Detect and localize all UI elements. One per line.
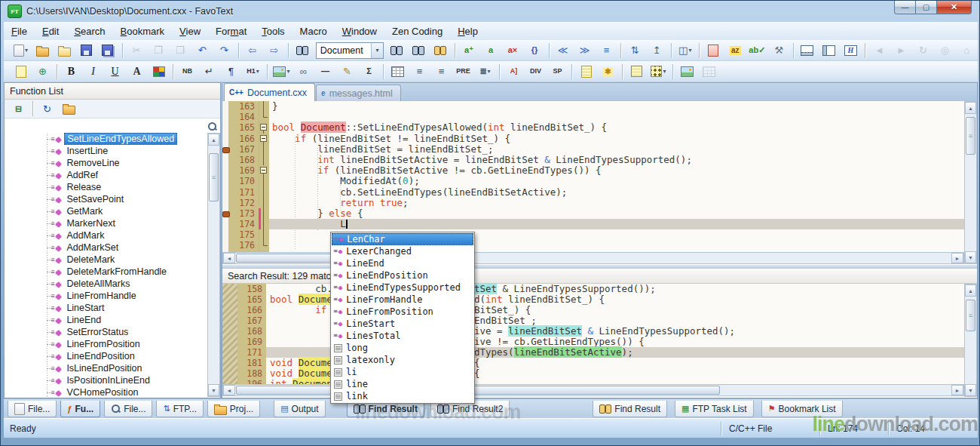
underline-button[interactable]: U — [104, 63, 126, 81]
search-vscrollbar[interactable]: ▲ ▼ — [964, 284, 977, 397]
function-item[interactable]: ◆SetErrorStatus — [5, 326, 207, 338]
preview-in-notepad-button[interactable] — [10, 63, 32, 81]
heading-1-button[interactable]: H1▾ — [242, 63, 264, 81]
menu-item-search[interactable]: Search — [66, 23, 112, 39]
panel-tab-output[interactable]: ▤Output — [274, 401, 325, 417]
undo-button[interactable]: ↶ — [191, 42, 213, 60]
function-item[interactable]: ◆MarkerNext — [5, 217, 207, 229]
panel-tab-ftp-task-list[interactable]: ▦FTP Task List — [675, 401, 754, 417]
function-item[interactable]: ◆SetLineEndTypesAllowed — [5, 133, 207, 145]
menu-item-macro[interactable]: Macro — [292, 23, 335, 39]
scrollbar-thumb[interactable] — [236, 386, 720, 395]
dock-tab-ftp[interactable]: ⇅FTP... — [156, 401, 203, 417]
code-line[interactable]: 170 ModifiedAt(0); — [222, 176, 964, 186]
tab-document-cxx[interactable]: C++Document.cxx — [224, 83, 315, 101]
new-folder-button[interactable] — [54, 42, 75, 60]
delete-file-button[interactable] — [703, 42, 724, 60]
open-file-button[interactable] — [32, 42, 54, 60]
function-item[interactable]: ◆VCHomePosition — [5, 386, 207, 397]
find-in-files-button[interactable] — [430, 42, 452, 60]
preformatted-button[interactable]: PRE — [452, 63, 474, 81]
function-item[interactable]: ◆GetMark — [5, 205, 207, 217]
autocomplete-item[interactable]: ◆LineFromPosition — [332, 306, 473, 318]
scrollbar-thumb[interactable] — [966, 117, 975, 155]
dock-tab-fu[interactable]: ƒFu... — [60, 401, 100, 417]
title-bar[interactable]: FT C:\Users\IVAN\Desktop\Document.cxx - … — [1, 1, 979, 22]
save-all-button[interactable] — [97, 42, 119, 60]
fold-margin[interactable] — [259, 219, 269, 229]
menu-item-bookmark[interactable]: Bookmark — [113, 23, 173, 39]
form-elements-button[interactable]: ▾ — [648, 63, 669, 81]
match-brace-button[interactable]: {} — [524, 42, 546, 60]
autocomplete-item[interactable]: li — [332, 366, 473, 378]
paragraph-button[interactable]: ¶ — [220, 63, 242, 81]
outdent-button[interactable]: ≪ — [552, 42, 574, 60]
function-search-input[interactable] — [5, 119, 207, 134]
fold-collapse-icon[interactable] — [260, 167, 267, 174]
function-item[interactable]: ◆DeleteMarkFromHandle — [5, 266, 207, 278]
special-chars-button[interactable]: Σ — [358, 63, 380, 81]
fold-margin[interactable] — [259, 144, 269, 155]
align-center-button[interactable]: ≡ — [409, 63, 430, 81]
function-item[interactable]: ◆AddRef — [5, 169, 207, 181]
autocomplete-item[interactable]: ◆LineStart — [332, 318, 473, 330]
horizontal-rule-button[interactable]: — — [314, 63, 336, 81]
search-scope-combobox[interactable]: Document▾ — [316, 42, 384, 59]
toggle-html-view-button[interactable] — [840, 42, 862, 60]
autocomplete-item[interactable]: line — [332, 378, 473, 390]
close-button[interactable]: ✕ — [937, 1, 972, 14]
panel-tab-find-result[interactable]: Find Result — [593, 401, 667, 417]
menu-item-zen-coding[interactable]: Zen Coding — [384, 23, 450, 39]
function-item[interactable]: ◆LineEnd — [5, 314, 207, 326]
code-line[interactable]: 171 cb.SetLineEndTypes(lineEndBitSetActi… — [222, 187, 964, 198]
function-item[interactable]: ◆IsLineEndPosition — [5, 362, 207, 374]
code-line[interactable]: 169 if (lineEndBitSetActive != cb.GetLin… — [222, 165, 964, 176]
function-item[interactable]: ◆DeleteMark — [5, 254, 207, 266]
fold-margin[interactable] — [259, 122, 269, 133]
image-map-button[interactable] — [676, 63, 698, 81]
function-item[interactable]: ◆LineFromPosition — [5, 338, 207, 350]
fold-collapse-icon[interactable] — [260, 135, 267, 142]
redo-button[interactable]: ↷ — [213, 42, 235, 60]
maximize-button[interactable]: ▢ — [916, 1, 937, 14]
autocomplete-item[interactable]: long — [332, 342, 473, 354]
autocomplete-item[interactable]: latexonly — [332, 354, 473, 366]
fold-margin[interactable] — [259, 165, 269, 176]
font-button[interactable]: A — [126, 63, 148, 81]
autocomplete-item[interactable]: ◆LinesTotal — [332, 330, 473, 342]
span-tag-button[interactable]: SP — [547, 63, 568, 81]
replace-button[interactable]: az — [724, 42, 746, 60]
fold-margin[interactable] — [259, 240, 269, 251]
function-item[interactable]: ◆DeleteAllMarks — [5, 278, 207, 290]
function-item[interactable]: ◆LineStart — [5, 302, 207, 314]
insert-table-button[interactable] — [387, 63, 409, 81]
scroll-left-icon[interactable]: ◄ — [223, 253, 235, 263]
auto-complete-button[interactable]: a — [480, 42, 502, 60]
function-item[interactable]: ◆AddMark — [5, 229, 207, 241]
sort-lines-button[interactable]: ⇅ — [624, 42, 646, 60]
line-break-button[interactable]: ↵ — [198, 63, 220, 81]
stop-complete-button[interactable]: a× — [502, 42, 524, 60]
scroll-down-icon[interactable]: ▼ — [965, 251, 976, 263]
line-operations-button[interactable]: ↥ — [646, 42, 668, 60]
function-list-scrollbar[interactable]: ▲ ▼ — [207, 133, 220, 397]
next-document-button[interactable]: ⇨ — [263, 42, 285, 60]
function-item[interactable]: ◆SetSavePoint — [5, 193, 207, 205]
anchor-button[interactable]: A] — [503, 63, 525, 81]
menu-item-file[interactable]: File — [4, 23, 35, 39]
dock-tab-proj[interactable]: Proj... — [207, 401, 260, 417]
code-line[interactable]: 166 if (lineEndBitSet != lineEndBitSet_)… — [222, 134, 964, 144]
colors-button[interactable] — [148, 63, 170, 81]
minimize-button[interactable]: — — [894, 1, 916, 14]
fold-margin[interactable] — [259, 134, 269, 144]
menu-item-edit[interactable]: Edit — [35, 23, 66, 39]
dock-tab-file[interactable]: File... — [104, 401, 152, 417]
menu-item-format[interactable]: Format — [208, 23, 254, 39]
preferences-button[interactable]: ⚒ — [768, 42, 790, 60]
tab-messages-html[interactable]: emessages.html — [316, 85, 401, 101]
refresh-button[interactable]: ↻ — [36, 100, 58, 118]
autocomplete-item[interactable]: ◆LenChar — [332, 233, 473, 245]
scroll-up-icon[interactable]: ▲ — [965, 285, 976, 297]
fold-margin[interactable] — [259, 176, 269, 186]
autocomplete-item[interactable]: ◆LineEndPosition — [332, 269, 473, 281]
